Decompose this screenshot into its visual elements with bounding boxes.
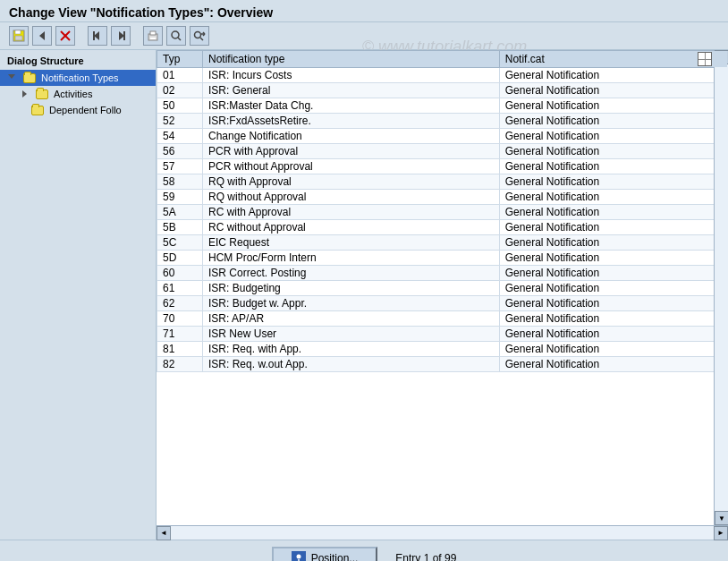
table-row[interactable]: 56PCR with ApprovalGeneral Notification: [157, 144, 728, 159]
table-row[interactable]: 5DHCM Proc/Form InternGeneral Notificati…: [157, 251, 728, 266]
cell-notif-cat: General Notification: [499, 281, 727, 296]
cell-typ: 01: [157, 68, 203, 83]
cell-notif-cat: General Notification: [499, 83, 727, 98]
cell-notif-cat: General Notification: [499, 327, 727, 342]
table-row[interactable]: 58RQ with ApprovalGeneral Notification: [157, 174, 728, 190]
grid-settings-icon[interactable]: [698, 52, 712, 66]
table-row[interactable]: 71ISR New UserGeneral Notification: [157, 327, 728, 342]
find-button[interactable]: [166, 26, 186, 46]
svg-line-16: [200, 38, 203, 40]
cell-typ: 56: [157, 144, 203, 159]
table-row[interactable]: 5ARC with ApprovalGeneral Notification: [157, 205, 728, 220]
sidebar-item-notification-types[interactable]: Notification Types: [0, 70, 156, 86]
cell-notif-type: RQ with Approval: [203, 174, 500, 190]
scroll-down-button[interactable]: ▼: [715, 511, 728, 525]
svg-line-14: [178, 38, 181, 40]
table-row[interactable]: 54Change NotificationGeneral Notificatio…: [157, 129, 728, 144]
col-header-typ: Typ: [157, 51, 203, 68]
cell-notif-type: PCR with Approval: [203, 144, 500, 159]
cell-typ: 50: [157, 98, 203, 114]
horizontal-scrollbar[interactable]: ◄ ►: [157, 525, 728, 540]
cell-typ: 81: [157, 342, 203, 357]
table-row[interactable]: 50ISR:Master Data Chg.General Notificati…: [157, 98, 728, 114]
title-bar: Change View "Notification Types": Overvi…: [0, 0, 728, 22]
cell-notif-type: Change Notification: [203, 129, 500, 144]
cell-notif-type: PCR without Approval: [203, 159, 500, 174]
table-row[interactable]: 02ISR: GeneralGeneral Notification: [157, 83, 728, 98]
table-row[interactable]: 70ISR: AP/ARGeneral Notification: [157, 311, 728, 327]
scroll-right-button[interactable]: ►: [714, 526, 728, 540]
sidebar-title: Dialog Structure: [0, 54, 156, 70]
cell-notif-type: ISR: Budget w. Appr.: [203, 296, 500, 311]
print-button[interactable]: [143, 26, 163, 46]
exit-button[interactable]: [55, 26, 75, 46]
sidebar-label-notification-types: Notification Types: [41, 72, 119, 83]
cell-notif-type: ISR:FxdAssetsRetire.: [203, 114, 500, 129]
cell-typ: 59: [157, 190, 203, 205]
cell-notif-cat: General Notification: [499, 190, 727, 205]
table-row[interactable]: 52ISR:FxdAssetsRetire.General Notificati…: [157, 114, 728, 129]
svg-point-15: [195, 32, 201, 38]
main-area: Dialog Structure Notification Types Acti…: [0, 50, 728, 540]
svg-rect-2: [15, 36, 22, 40]
table-row[interactable]: 5CEIC RequestGeneral Notification: [157, 235, 728, 251]
cell-notif-cat: General Notification: [499, 205, 727, 220]
vertical-scrollbar[interactable]: ▲ ▼: [714, 50, 728, 525]
sidebar-item-activities[interactable]: Activities: [0, 86, 156, 102]
cell-notif-cat: General Notification: [499, 68, 727, 83]
svg-rect-11: [150, 31, 156, 35]
content-area: Typ Notification type Notif.cat 01ISR: I…: [157, 50, 728, 540]
cell-notif-type: RC without Approval: [203, 220, 500, 235]
folder-icon-3: [30, 103, 45, 117]
cell-notif-cat: General Notification: [499, 311, 727, 327]
cell-typ: 52: [157, 114, 203, 129]
horiz-scroll-track: [171, 526, 714, 540]
cell-typ: 02: [157, 83, 203, 98]
svg-point-20: [296, 554, 301, 558]
table-row[interactable]: 62ISR: Budget w. Appr.General Notificati…: [157, 296, 728, 311]
entry-info: Entry 1 of 99: [395, 552, 456, 562]
position-button[interactable]: Position...: [272, 547, 378, 562]
back-button[interactable]: [32, 26, 52, 46]
table-row[interactable]: 82ISR: Req. w.out App.General Notificati…: [157, 357, 728, 372]
table-row[interactable]: 61ISR: BudgetingGeneral Notification: [157, 281, 728, 296]
svg-rect-1: [15, 30, 21, 34]
table-scroll[interactable]: Typ Notification type Notif.cat 01ISR: I…: [157, 50, 728, 525]
cell-typ: 57: [157, 159, 203, 174]
sidebar-item-dependent[interactable]: Dependent Follo: [0, 102, 156, 118]
sidebar-label-activities: Activities: [54, 89, 92, 99]
cell-typ: 62: [157, 296, 203, 311]
table-row[interactable]: 57PCR without ApprovalGeneral Notificati…: [157, 159, 728, 174]
cell-notif-cat: General Notification: [499, 235, 727, 251]
cell-notif-type: ISR: Budgeting: [203, 281, 500, 296]
data-table: Typ Notification type Notif.cat 01ISR: I…: [157, 50, 728, 372]
cell-typ: 60: [157, 266, 203, 281]
cell-notif-type: ISR Correct. Posting: [203, 266, 500, 281]
table-row[interactable]: 59RQ without ApprovalGeneral Notificatio…: [157, 190, 728, 205]
table-row[interactable]: 01ISR: Incurs CostsGeneral Notification: [157, 68, 728, 83]
sidebar: Dialog Structure Notification Types Acti…: [0, 50, 157, 540]
find-next-button[interactable]: [190, 26, 209, 46]
table-row[interactable]: 81ISR: Req. with App.General Notificatio…: [157, 342, 728, 357]
prev-button[interactable]: [88, 26, 107, 46]
cell-notif-type: ISR New User: [203, 327, 500, 342]
cell-typ: 5C: [157, 235, 203, 251]
scroll-left-button[interactable]: ◄: [157, 526, 171, 540]
cell-notif-cat: General Notification: [499, 159, 727, 174]
cell-notif-cat: General Notification: [499, 251, 727, 266]
col-header-notif-cat: Notif.cat: [499, 51, 727, 68]
table-row[interactable]: 5BRC without ApprovalGeneral Notificatio…: [157, 220, 728, 235]
cell-notif-type: ISR: AP/AR: [203, 311, 500, 327]
cell-typ: 54: [157, 129, 203, 144]
save-button[interactable]: [9, 26, 29, 46]
next-button[interactable]: [111, 26, 131, 46]
cell-typ: 58: [157, 174, 203, 190]
cell-notif-cat: General Notification: [499, 342, 727, 357]
cell-notif-type: HCM Proc/Form Intern: [203, 251, 500, 266]
cell-notif-cat: General Notification: [499, 266, 727, 281]
svg-point-13: [172, 31, 179, 38]
cell-notif-type: ISR: Incurs Costs: [203, 68, 500, 83]
table-row[interactable]: 60ISR Correct. PostingGeneral Notificati…: [157, 266, 728, 281]
cell-notif-type: RC with Approval: [203, 205, 500, 220]
cell-typ: 71: [157, 327, 203, 342]
